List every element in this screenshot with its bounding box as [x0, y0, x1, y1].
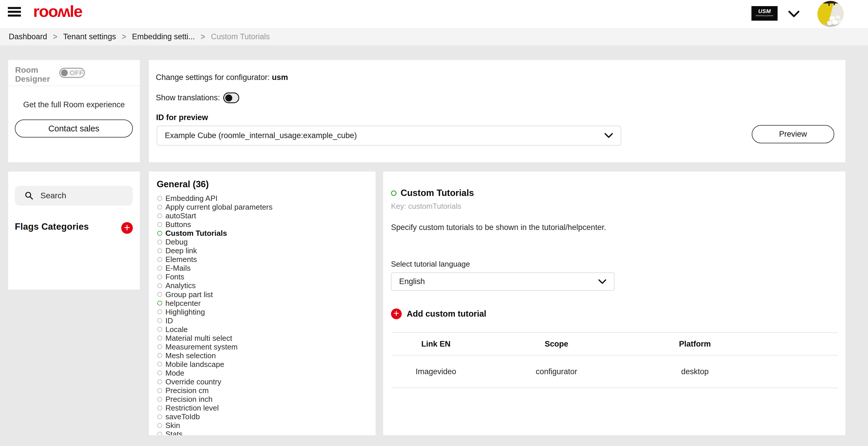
settings-item-label: Measurement system	[165, 343, 238, 351]
tutorials-table: Link EN Scope Platform Imagevideoconfigu…	[391, 332, 838, 388]
tenant-badge[interactable]: USM Möbelbausysteme	[751, 6, 778, 21]
settings-list-item[interactable]: Fonts	[157, 272, 373, 281]
settings-list-item[interactable]: Highlighting	[157, 307, 373, 316]
radio-icon	[157, 423, 162, 428]
settings-list-item[interactable]: E-Mails	[157, 264, 373, 272]
breadcrumb: Dashboard > Tenant settings > Embedding …	[0, 28, 868, 46]
settings-list-item[interactable]: Material multi select	[157, 334, 373, 343]
radio-icon	[157, 231, 162, 236]
detail-header: Custom Tutorials	[391, 188, 474, 198]
radio-icon	[157, 344, 162, 349]
settings-list-item[interactable]: ID	[157, 316, 373, 325]
settings-list-item[interactable]: Mobile landscape	[157, 360, 373, 369]
settings-item-label: Override country	[165, 378, 221, 386]
breadcrumb-separator-icon: >	[53, 31, 57, 42]
radio-icon	[157, 388, 162, 393]
radio-icon	[157, 353, 162, 358]
settings-list-item[interactable]: Embedding API	[157, 194, 373, 203]
settings-item-label: Group part list	[165, 291, 213, 298]
radio-icon	[157, 406, 162, 411]
settings-list-item[interactable]: Restriction level	[157, 404, 373, 412]
radio-icon	[157, 213, 162, 218]
settings-list-item[interactable]: saveToIdb	[157, 412, 373, 421]
settings-item-label: Elements	[165, 256, 197, 263]
chevron-down-icon[interactable]	[788, 10, 800, 18]
settings-list-item[interactable]: Debug	[157, 238, 373, 246]
radio-icon	[157, 196, 162, 201]
settings-list-item[interactable]: Elements	[157, 255, 373, 264]
flags-sidebar-card: Flags Categories +	[8, 172, 140, 290]
settings-list-item[interactable]: Deep link	[157, 246, 373, 255]
tutorial-language-value: English	[399, 277, 598, 286]
room-designer-toggle[interactable]: OFF	[59, 68, 85, 78]
settings-list-item[interactable]: Measurement system	[157, 343, 373, 351]
settings-list: Embedding APIApply current global parame…	[157, 194, 373, 435]
radio-icon	[157, 327, 162, 332]
settings-item-label: Material multi select	[165, 334, 232, 342]
room-designer-card: Room Designer OFF Get the full Room expe…	[8, 60, 140, 162]
settings-list-card: General (36) Embedding APIApply current …	[149, 172, 376, 435]
add-custom-tutorial-label: Add custom tutorial	[407, 309, 486, 319]
breadcrumb-item-tenant-settings[interactable]: Tenant settings	[63, 32, 116, 41]
contact-sales-button[interactable]: Contact sales	[15, 119, 133, 138]
avatar[interactable]	[817, 1, 844, 27]
settings-list-item[interactable]: Analytics	[157, 281, 373, 290]
divider	[8, 86, 140, 86]
radio-icon	[157, 432, 162, 435]
settings-list-item[interactable]: Apply current global parameters	[157, 203, 373, 211]
settings-item-label: E-Mails	[165, 264, 191, 272]
avatar-photo	[817, 1, 844, 27]
settings-list-item[interactable]: Skin	[157, 421, 373, 430]
breadcrumb-separator-icon: >	[200, 31, 205, 42]
table-row[interactable]: Imagevideoconfiguratordesktop	[391, 356, 838, 388]
settings-list-item[interactable]: autoStart	[157, 211, 373, 220]
radio-icon	[157, 205, 162, 210]
search-icon	[25, 191, 33, 200]
settings-list-item[interactable]: Mesh selection	[157, 351, 373, 360]
search-input[interactable]	[40, 191, 122, 201]
breadcrumb-separator-icon: >	[122, 31, 126, 42]
settings-list-item[interactable]: Locale	[157, 325, 373, 334]
settings-list-item[interactable]: Precision cm	[157, 386, 373, 395]
settings-list-item[interactable]: helpcenter	[157, 299, 373, 307]
breadcrumb-item-embedding-settings[interactable]: Embedding setti...	[132, 32, 195, 41]
configurator-label: Change settings for configurator: usm	[156, 73, 288, 82]
settings-list-item[interactable]: Stats	[157, 430, 373, 435]
tutorial-language-select[interactable]: English	[391, 272, 615, 291]
show-translations-toggle[interactable]	[223, 92, 239, 103]
settings-list-item[interactable]: Mode	[157, 369, 373, 377]
add-custom-tutorial-button[interactable]: + Add custom tutorial	[391, 308, 486, 319]
radio-icon	[157, 274, 162, 279]
id-for-preview-select[interactable]: Example Cube (roomle_internal_usage:exam…	[157, 126, 621, 146]
settings-list-item[interactable]: Buttons	[157, 220, 373, 229]
custom-tutorials-card: Custom Tutorials Key: customTutorials Sp…	[383, 172, 845, 435]
configurator-label-text: Change settings for configurator:	[156, 73, 272, 82]
settings-list-item[interactable]: Override country	[157, 377, 373, 386]
roomle-logo[interactable]: rooʍle	[33, 3, 82, 20]
settings-item-label: Stats	[165, 430, 183, 435]
breadcrumb-item-current: Custom Tutorials	[211, 32, 270, 41]
table-cell: desktop	[632, 367, 757, 376]
settings-item-label: Fonts	[165, 273, 184, 280]
toggle-off-label: OFF	[70, 69, 84, 77]
tutorials-table-header: Link EN Scope Platform	[391, 332, 838, 356]
configurator-settings-card: Change settings for configurator: usm Sh…	[149, 60, 845, 162]
hamburger-menu-icon[interactable]	[8, 7, 21, 17]
search-box[interactable]	[15, 186, 133, 206]
settings-list-item[interactable]: Group part list	[157, 290, 373, 299]
settings-list-item[interactable]: Custom Tutorials	[157, 229, 373, 238]
breadcrumb-item-dashboard[interactable]: Dashboard	[9, 32, 47, 41]
settings-item-label: Precision inch	[165, 395, 213, 403]
add-flag-category-button[interactable]: +	[121, 222, 133, 234]
settings-list-item[interactable]: Precision inch	[157, 395, 373, 404]
settings-item-label: Locale	[165, 326, 188, 333]
top-bar: rooʍle USM Möbelbausysteme	[0, 0, 868, 28]
tenant-badge-subtitle: Möbelbausysteme	[751, 14, 778, 17]
tenant-badge-title: USM	[751, 8, 778, 14]
settings-item-label: Restriction level	[165, 404, 219, 412]
flags-categories-title: Flags Categories	[15, 221, 89, 232]
chevron-down-icon	[604, 133, 613, 139]
settings-item-label: autoStart	[165, 212, 196, 219]
toggle-knob	[61, 69, 68, 76]
preview-button[interactable]: Preview	[752, 125, 834, 143]
